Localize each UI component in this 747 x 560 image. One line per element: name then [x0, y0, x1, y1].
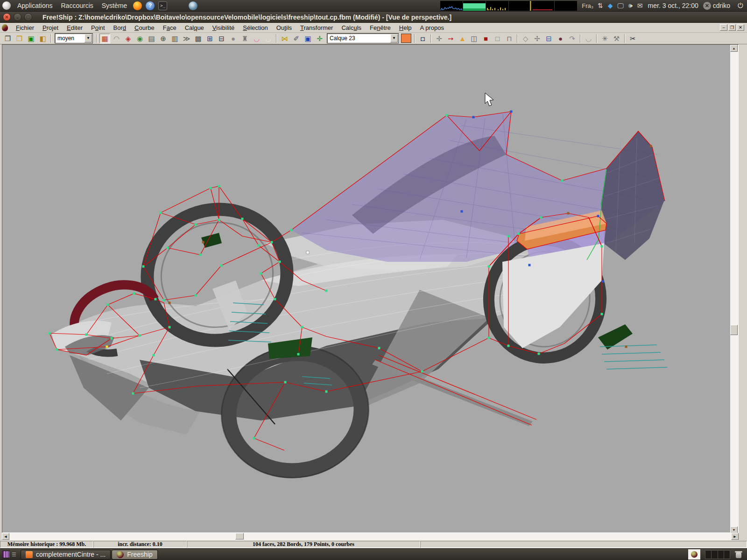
menu-outils[interactable]: Outils: [272, 23, 296, 32]
move-point-icon[interactable]: ✛: [434, 34, 444, 43]
cpu-monitor[interactable]: [440, 1, 463, 11]
clock[interactable]: mer. 3 oct., 22:00: [648, 2, 698, 9]
unlock-all-icon[interactable]: ⊓: [504, 34, 514, 43]
layer-color-swatch[interactable]: [401, 34, 411, 43]
menu-projet[interactable]: Projet: [38, 23, 63, 32]
precision-combo[interactable]: moyen▼: [55, 34, 92, 43]
panel-menu-système[interactable]: Système: [98, 2, 131, 9]
hscroll-thumb[interactable]: [235, 533, 244, 539]
menu-editer[interactable]: Editer: [63, 23, 87, 32]
shade-surface-icon[interactable]: ◠: [111, 34, 122, 43]
show-desktop-button[interactable]: [2, 551, 10, 558]
unlock-points-icon[interactable]: □: [492, 34, 503, 43]
volume-icon[interactable]: 🕪: [628, 2, 633, 10]
vscroll-thumb[interactable]: [730, 325, 738, 335]
menu-calque[interactable]: Calque: [181, 23, 208, 32]
workspace-2[interactable]: [712, 551, 718, 559]
tools-gears-icon[interactable]: ⚒: [611, 34, 622, 43]
new-face-icon[interactable]: ●: [555, 34, 566, 43]
lackenby-curve-icon[interactable]: ◡: [251, 34, 262, 43]
project-line-icon[interactable]: ✢: [532, 34, 543, 43]
flowlines-icon[interactable]: ≫: [181, 34, 192, 43]
workspace-1[interactable]: [705, 551, 712, 559]
mesh-view-icon[interactable]: ▩: [193, 34, 204, 43]
menu-a-propos[interactable]: A propos: [416, 23, 448, 32]
distro-logo-icon[interactable]: [2, 1, 11, 10]
updown-arrows-icon[interactable]: ⇅: [598, 2, 603, 9]
disk-monitor[interactable]: [555, 1, 577, 11]
shade-box-icon[interactable]: ▣: [303, 34, 313, 43]
intersect-bowtie-icon[interactable]: ⋈: [279, 34, 290, 43]
rotate-arrow-icon[interactable]: ↷: [567, 34, 578, 43]
menu-bord[interactable]: Bord: [109, 23, 130, 32]
calc-table-icon[interactable]: ⊞: [204, 34, 215, 43]
window-minimize-button[interactable]: ⌄: [14, 13, 21, 21]
intersect-layers-icon[interactable]: ✳: [599, 34, 610, 43]
scroll-up-button[interactable]: ▲: [730, 45, 738, 52]
menu-calculs[interactable]: Calculs: [337, 23, 366, 32]
align-points-icon[interactable]: ➙: [445, 34, 456, 43]
lock-points-icon[interactable]: ■: [480, 34, 491, 43]
task-freeship[interactable]: Freeship: [112, 550, 157, 560]
menu-transformer[interactable]: Transformer: [296, 23, 337, 32]
keel-rudder-icon[interactable]: ♜: [240, 34, 250, 43]
terminal-launcher-icon[interactable]: >_: [158, 1, 167, 10]
window-close-button[interactable]: ✕: [3, 13, 11, 21]
zoom-extents-icon[interactable]: ✛: [314, 34, 325, 43]
workspace-switcher[interactable]: [705, 550, 730, 559]
show-control-net-icon[interactable]: ▦: [99, 34, 110, 43]
gauss-curvature-icon[interactable]: ◉: [134, 34, 145, 43]
vertical-scrollbar[interactable]: ▲ ▼: [730, 45, 738, 533]
precision-combo-dropdown-icon[interactable]: ▼: [85, 34, 92, 42]
firefox-launcher-icon[interactable]: [133, 1, 142, 10]
panel-menu-applications[interactable]: Applications: [13, 2, 57, 9]
exit-door-icon[interactable]: ◧: [37, 34, 48, 43]
horizontal-scrollbar[interactable]: ◀ ▶: [2, 533, 739, 540]
network-monitor[interactable]: [486, 1, 508, 11]
power-icon[interactable]: ⏻: [738, 1, 743, 10]
display-icon[interactable]: 🖵: [618, 2, 624, 10]
save-icon[interactable]: ▣: [26, 34, 36, 43]
window-list-icon[interactable]: ☰: [12, 552, 17, 558]
task-completementcintre-[interactable]: completementCintre - ...: [21, 550, 111, 560]
freeship-tray-icon[interactable]: [688, 549, 700, 560]
collapse-edge-icon[interactable]: ⊟: [543, 34, 554, 43]
edge-curve-icon[interactable]: ◡: [583, 34, 594, 43]
curvature-globe-icon[interactable]: ⊕: [158, 34, 169, 43]
insert-plane-icon[interactable]: ▲: [457, 34, 468, 43]
workspace-4[interactable]: [724, 551, 730, 559]
hydrostatics-rows-icon[interactable]: ▥: [169, 34, 180, 43]
window-titlebar[interactable]: ✕ ⌄ ▢ Free!Ship : Z:\home\cdriko\Dropbox…: [0, 12, 747, 23]
menu-point[interactable]: Point: [87, 23, 109, 32]
open-folder-icon[interactable]: ❒: [14, 34, 25, 43]
workspace-3[interactable]: [718, 551, 724, 559]
user-status-icon[interactable]: ✕: [703, 2, 711, 10]
layer-bucket-icon[interactable]: ◘: [417, 34, 428, 43]
memory-monitor[interactable]: [463, 1, 486, 11]
mdi-minimize-button[interactable]: –: [720, 24, 727, 31]
swap-monitor[interactable]: [509, 1, 531, 11]
trash-icon[interactable]: [735, 551, 742, 559]
menu-help[interactable]: Help: [395, 23, 416, 32]
dropbox-icon[interactable]: ◆: [608, 2, 613, 9]
panel-menu-raccourcis[interactable]: Raccourcis: [57, 2, 98, 9]
layer-combo-dropdown-icon[interactable]: ▼: [390, 34, 398, 42]
menu-courbe[interactable]: Courbe: [130, 23, 159, 32]
help-launcher-icon[interactable]: ?: [146, 1, 155, 10]
developable-check-icon[interactable]: ◈: [123, 34, 134, 43]
menu-face[interactable]: Face: [159, 23, 181, 32]
layer-combo[interactable]: Calque 23▼: [327, 34, 398, 43]
user-menu[interactable]: cdriko: [713, 2, 730, 9]
menu-fenêtre[interactable]: Fenêtre: [366, 23, 395, 32]
new-file-icon[interactable]: ❐: [2, 34, 13, 43]
menu-visibilité[interactable]: Visibilité: [208, 23, 239, 32]
resistance-blob-icon[interactable]: ●: [228, 34, 239, 43]
brush-render-icon[interactable]: ✐: [291, 34, 302, 43]
knife-cut-icon[interactable]: ✂: [627, 34, 638, 43]
window-maximize-button[interactable]: ▢: [24, 13, 32, 21]
menu-sélection[interactable]: Sélection: [239, 23, 272, 32]
check-model-icon[interactable]: ◇: [520, 34, 531, 43]
mirror-plane-icon[interactable]: ◫: [469, 34, 479, 43]
load-monitor[interactable]: [532, 1, 554, 11]
perspective-viewport[interactable]: ▲ ▼: [2, 44, 739, 533]
